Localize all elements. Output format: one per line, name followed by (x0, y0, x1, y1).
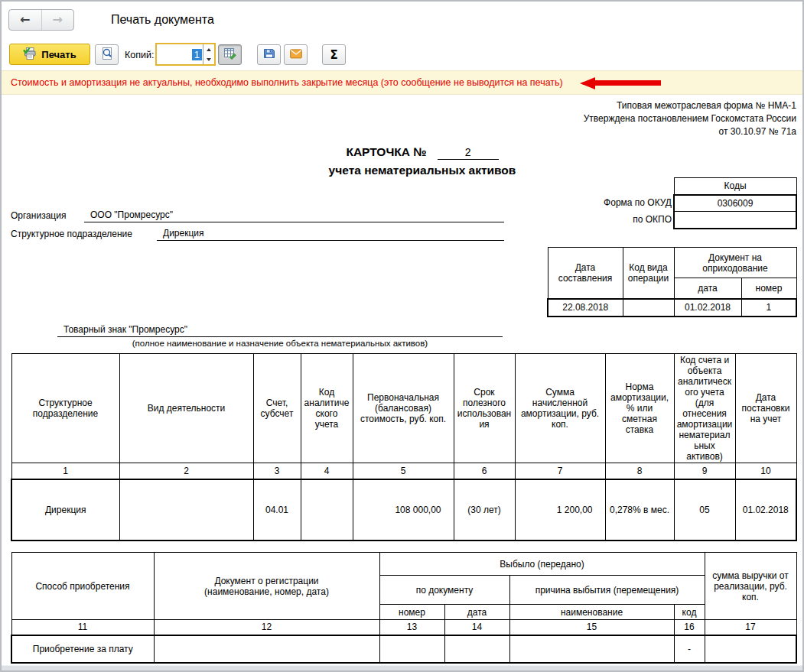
column-number: 16 (674, 620, 705, 635)
object-name: Товарный знак "Промресурс" (57, 323, 503, 337)
email-button[interactable] (284, 44, 308, 65)
spin-down-button[interactable] (203, 54, 214, 64)
copies-input[interactable]: 1 (155, 43, 216, 66)
subcol-name: наименование (509, 605, 674, 620)
column-number: 3 (253, 463, 301, 479)
copies-label: Копий: (125, 50, 154, 60)
organization-value: ООО "Промресурс" (84, 209, 504, 222)
column-header: Счет, субсчет (253, 354, 301, 463)
codes-table: Коды 0306009 (673, 177, 797, 229)
spin-up-button[interactable] (203, 44, 214, 54)
column-number: 8 (605, 463, 674, 479)
card-subtitle: учета нематериальных активов (291, 164, 554, 177)
assets-numbers-row: 1 2 3 4 5 6 7 8 9 10 (11, 463, 796, 479)
down-arrow-icon (207, 58, 211, 61)
save-button[interactable] (257, 44, 281, 65)
reason-col-header: причина выбытия (перемещения) (509, 576, 705, 605)
horizontal-scrollbar[interactable] (2, 665, 802, 670)
form-approval-block: Типовая межотраслевая форма № НМА-1 Утве… (584, 99, 796, 138)
subcol-code: код (674, 605, 705, 620)
cell-initial-cost: 108 000,00 (353, 479, 454, 541)
column-header: Первоначальная (балансовая) стоимость, р… (353, 354, 454, 463)
okpo-value-cell (674, 212, 796, 229)
column-number: 5 (353, 463, 454, 479)
okpo-label: по ОКПО (633, 214, 672, 225)
table-settings-button[interactable] (218, 44, 242, 65)
cell-doc-date (444, 635, 509, 663)
email-icon (290, 49, 302, 61)
acquisition-col-header: Способ приобретения (11, 553, 154, 620)
column-header: Дата постановки на учет (735, 354, 796, 463)
column-number: 7 (515, 463, 605, 479)
navigation-buttons: ← → (8, 9, 74, 31)
print-button[interactable]: Печать (9, 44, 90, 65)
okud-value-cell: 0306009 (674, 195, 796, 212)
cell-registration-doc (154, 635, 379, 663)
date-col-header: Дата составления (548, 248, 623, 299)
department-value: Дирекция (157, 227, 504, 241)
column-header: Код аналитического учета (301, 354, 353, 463)
cell-analytic-code (301, 479, 353, 541)
doc-col-header: Документ на оприходование (674, 248, 796, 278)
opcode-col-header: Код вида операции (623, 248, 674, 299)
okud-label: Форма по ОКУД (604, 197, 672, 208)
cell-reason-name (509, 635, 674, 663)
cell-account-code: 05 (674, 479, 735, 541)
print-document-window: ← → Печать документа Печать Копий: (0, 0, 804, 672)
cell-registration-date: 01.02.2018 (735, 479, 796, 541)
cell-revenue (705, 635, 796, 663)
preview-button[interactable] (95, 44, 119, 65)
column-number: 9 (674, 463, 735, 479)
column-header: Норма амортизации, % или сметная ставка (605, 354, 674, 463)
organization-label: Организация (11, 210, 66, 221)
column-number: 1 (11, 463, 119, 479)
column-header: Сумма начисленной амортизации, руб. коп. (515, 354, 605, 463)
department-label: Структурное подразделение (11, 229, 132, 239)
warning-banner: Стоимость и амортизация не актуальны, не… (2, 70, 802, 95)
approval-line: Утверждена постановлением Госкомстата Ро… (584, 112, 796, 125)
column-number: 10 (735, 463, 796, 479)
dates-table: Дата составления Код вида операции Докум… (547, 247, 797, 317)
back-arrow-icon: ← (20, 12, 30, 27)
cell-amortization-sum: 1 200,00 (515, 479, 605, 541)
cell-doc-number (379, 635, 444, 663)
sum-button[interactable]: Σ (322, 44, 346, 65)
doc-num-header: номер (741, 278, 796, 299)
approval-line: от 30.10.97 № 71а (584, 125, 796, 138)
column-number: 14 (444, 620, 509, 635)
registration-col-header: Документ о регистрации (наименование, но… (154, 553, 379, 620)
save-icon (263, 47, 275, 62)
printer-icon (23, 47, 37, 62)
column-number: 4 (301, 463, 353, 479)
cell-acquisition-method: Приобретение за плату (11, 635, 154, 663)
table-edit-icon (224, 47, 236, 62)
sigma-icon: Σ (330, 48, 337, 62)
dates-data-row: 22.08.2018 01.02.2018 1 (548, 299, 796, 317)
up-arrow-icon (207, 48, 211, 51)
doc-num-cell: 1 (741, 299, 796, 317)
back-button[interactable]: ← (9, 10, 41, 30)
codes-header-cell: Коды (674, 178, 796, 195)
compile-date-cell: 22.08.2018 (548, 299, 623, 317)
cell-department: Дирекция (11, 479, 119, 541)
red-arrow-icon (580, 77, 662, 89)
cell-useful-life: (30 лет) (454, 479, 515, 541)
column-number: 11 (11, 620, 154, 635)
cell-account: 04.01 (253, 479, 301, 541)
card-number: 2 (438, 146, 499, 160)
column-header: Срок полезного использования (454, 354, 515, 463)
revenue-col-header: сумма выручки от реализации, руб. коп. (705, 553, 796, 620)
forward-arrow-icon: → (53, 12, 63, 27)
disposal-table: Способ приобретения Документ о регистрац… (11, 552, 797, 664)
print-button-label: Печать (41, 49, 76, 60)
page-title: Печать документа (111, 13, 214, 27)
copies-stepper (203, 44, 214, 64)
disposed-col-header: Выбыло (передано) (379, 553, 705, 576)
bydoc-col-header: по документу (379, 576, 509, 605)
subcol-date: дата (444, 605, 509, 620)
copies-value[interactable]: 1 (157, 44, 203, 64)
forward-button[interactable]: → (41, 10, 74, 30)
column-number: 6 (454, 463, 515, 479)
cell-amortization-rate: 0,278% в мес. (605, 479, 674, 541)
doc-date-header: дата (674, 278, 741, 299)
